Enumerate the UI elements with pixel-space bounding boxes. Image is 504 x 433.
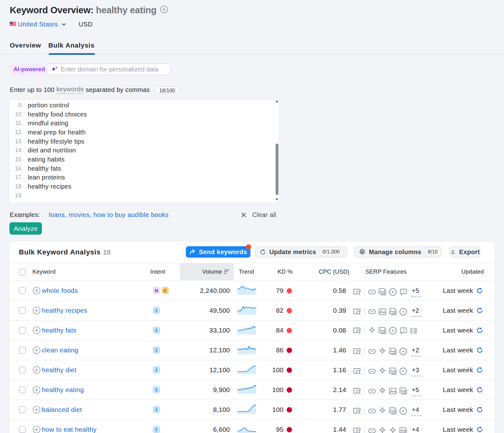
svg-text:?: ?: [403, 328, 405, 333]
svg-text:?: ?: [403, 289, 405, 294]
